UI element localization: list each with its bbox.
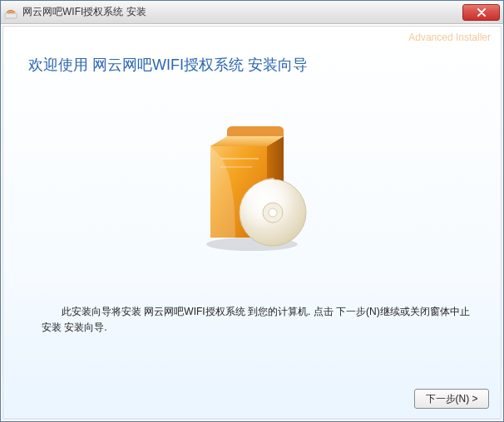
installer-window: 网云网吧WIFI授权系统 安装 Advanced Installer 欢迎使用 … (0, 0, 504, 422)
content-area: Advanced Installer 欢迎使用 网云网吧WIFI授权系统 安装向… (2, 26, 502, 420)
close-button[interactable] (462, 4, 500, 21)
svg-point-5 (269, 209, 277, 217)
wizard-heading: 欢迎使用 网云网吧WIFI授权系统 安装向导 (28, 55, 501, 75)
close-icon (477, 8, 487, 17)
titlebar[interactable]: 网云网吧WIFI授权系统 安装 (1, 1, 503, 24)
box-disc-icon (185, 121, 319, 254)
next-button[interactable]: 下一步(N) > (414, 389, 489, 409)
svg-rect-0 (5, 13, 17, 18)
app-icon (4, 6, 17, 19)
wizard-description: 此安装向导将安装 网云网吧WIFI授权系统 到您的计算机. 点击 下一步(N)继… (42, 304, 476, 336)
footer: 下一步(N) > (3, 380, 501, 419)
window-title: 网云网吧WIFI授权系统 安装 (22, 5, 462, 19)
watermark-text: Advanced Installer (408, 32, 491, 43)
installer-graphic (3, 121, 501, 254)
